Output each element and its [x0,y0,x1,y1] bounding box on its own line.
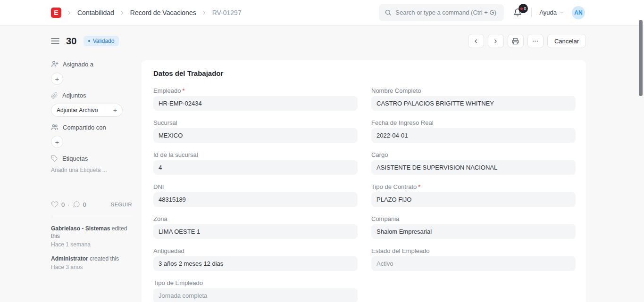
status-badge: Validado [84,36,119,46]
cancel-button[interactable]: Cancelar [547,34,586,48]
field-value-antiguedad[interactable]: 3 años 2 meses 12 dias [153,256,358,271]
chevron-right-icon [119,10,125,16]
navbar-divider [531,8,532,17]
sidebar-divider [51,217,132,217]
app-logo-letter: E [54,9,58,16]
chevron-down-icon [559,10,564,15]
previous-document-button[interactable] [468,34,484,48]
shared-with-label: Compartido con [63,124,106,131]
form-column-left: Empleado* HR-EMP-02434 Sucursal MEXICO I… [153,87,358,302]
app-logo[interactable]: E [51,8,61,18]
field-label: Compañia [371,215,399,223]
users-icon [51,123,59,131]
help-label: Ayuda [539,9,557,16]
user-plus-icon [51,60,59,68]
next-document-button[interactable] [488,34,504,48]
comments-count: 0 [83,201,86,208]
add-share-button[interactable]: + [51,136,63,148]
breadcrumb-contabilidad[interactable]: Contabilidad [77,9,114,16]
scrollbar-thumb[interactable] [639,20,643,96]
field-value-sucursal[interactable]: MEXICO [153,128,358,143]
field-tipo-empleado: Tipo de Empleado Jornada completa [153,279,358,302]
print-button[interactable] [508,34,524,48]
field-value-fecha-ingreso[interactable]: 2022-04-01 [371,128,576,143]
shared-with-section: Compartido con [51,123,132,131]
menu-button[interactable] [527,34,544,48]
ellipsis-icon [532,38,539,45]
field-sucursal: Sucursal MEXICO [153,119,358,143]
required-mark: * [418,183,420,191]
field-compania: Compañia Shalom Empresarial [371,215,576,239]
field-fecha-ingreso: Fecha de Ingreso Real 2022-04-01 [371,119,576,143]
tags-label: Etiquetas [62,155,88,162]
field-label: Id de la sucursal [153,151,198,159]
attach-file-button[interactable]: Adjuntar Archivo + [51,104,123,117]
field-empleado: Empleado* HR-EMP-02434 [153,87,358,111]
avatar-initials: AN [574,9,582,16]
notification-count: 0 [524,7,526,11]
form-sidebar: Asignado a + Adjuntos Adjuntar Archivo +… [51,60,132,278]
field-value-tipo-empleado[interactable]: Jornada completa [153,288,358,302]
search-icon [385,9,392,16]
user-avatar[interactable]: AN [572,6,585,19]
printer-icon [512,38,519,45]
attachments-section: Adjuntos [51,91,132,99]
field-value-dni[interactable]: 48315189 [153,192,358,207]
form-column-right: Nombre Completo CASTRO PALACIOS BRIGITTE… [371,87,576,302]
breadcrumb-current-doc: RV-01297 [212,9,242,16]
field-id-sucursal: Id de la sucursal 4 [153,151,358,175]
field-label: Fecha de Ingreso Real [371,119,434,127]
page-title: 30 [66,36,77,47]
form-card: Datos del Trabajador Empleado* HR-EMP-02… [142,60,586,302]
field-value-id-sucursal[interactable]: 4 [153,160,358,175]
activity-user: Administrator [51,255,88,262]
page-header: 30 Validado Cancelar [0,33,644,49]
notifications-button[interactable]: 0 [511,7,524,18]
field-estado-empleado: Estado del Empleado Activo [371,247,576,271]
assigned-to-label: Asignado a [63,61,93,68]
status-dot [88,40,90,42]
required-mark: * [183,87,185,95]
help-menu[interactable]: Ayuda [539,9,564,16]
field-nombre-completo: Nombre Completo CASTRO PALACIOS BRIGITTE… [371,87,576,111]
field-value-compania[interactable]: Shalom Empresarial [371,224,576,239]
chevron-left-icon [473,38,479,44]
tag-icon [51,155,58,162]
field-cargo: Cargo ASISTENTE DE SUPERVISION NACIONAL [371,151,576,175]
heart-icon[interactable] [51,201,59,208]
field-label: Antiguedad [153,247,184,255]
field-value-cargo[interactable]: ASISTENTE DE SUPERVISION NACIONAL [371,160,576,175]
tags-section: Etiquetas [51,155,132,162]
follow-button[interactable]: SEGUIR [111,202,132,207]
activity-entry: Administrator created this Hace 3 años [51,255,132,271]
field-value-empleado[interactable]: HR-EMP-02434 [153,96,358,111]
plus-icon: + [113,106,117,114]
breadcrumb-record-de-vacaciones[interactable]: Record de Vacaciones [130,9,196,16]
sidebar-toggle-button[interactable] [51,38,59,44]
field-label: Nombre Completo [371,87,421,95]
social-row: 0 · 0 SEGUIR [51,201,132,208]
field-value-estado-empleado[interactable]: Activo [371,256,576,271]
chevron-right-icon [201,10,207,16]
section-title: Datos del Trabajador [153,69,576,78]
activity-action: created this [90,255,119,262]
search-input[interactable] [395,9,498,16]
field-value-nombre-completo[interactable]: CASTRO PALACIOS BRIGITTE WHITNEY [371,96,576,111]
counts-separator: · [67,201,69,208]
add-tag-input[interactable]: Añadir una Etiqueta ... [51,167,132,173]
activity-time: Hace 1 semana [51,241,132,248]
field-value-zona[interactable]: LIMA OESTE 1 [153,224,358,239]
attachments-label: Adjuntos [62,92,86,99]
comment-icon[interactable] [73,201,80,208]
field-value-tipo-contrato[interactable]: PLAZO FIJO [371,192,576,207]
notification-count-badge: 0 [519,4,528,13]
activity-time: Hace 3 años [51,263,132,271]
chevron-right-icon [67,10,72,16]
breadcrumb: E Contabilidad Record de Vacaciones RV-0… [51,8,242,18]
add-assignment-button[interactable]: + [51,73,63,85]
field-dni: DNI 48315189 [153,183,358,207]
field-antiguedad: Antiguedad 3 años 2 meses 12 dias [153,247,358,271]
global-search[interactable] [379,4,504,21]
field-label: Estado del Empleado [371,247,430,255]
likes-count: 0 [61,201,65,208]
